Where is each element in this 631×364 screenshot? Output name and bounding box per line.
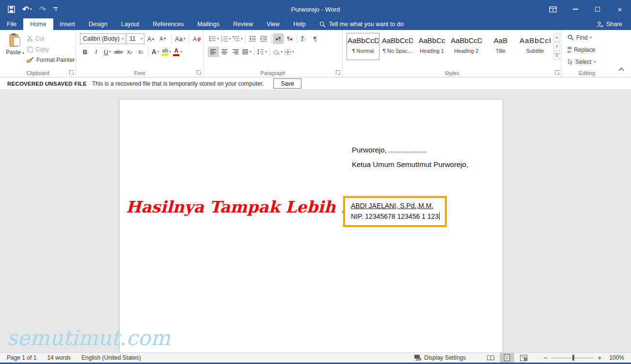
strikethrough-button[interactable]: abc [113, 46, 124, 57]
text-highlight-button[interactable]: ab▾ [161, 46, 172, 57]
web-layout-button[interactable] [516, 353, 531, 363]
copy-button[interactable]: Copy [27, 45, 75, 54]
tab-review[interactable]: Review [226, 18, 260, 30]
shading-button[interactable]: ▾ [271, 46, 284, 57]
replace-label: Replace [574, 46, 595, 53]
window-controls: × [542, 0, 631, 18]
left-to-right-direction-button[interactable]: ▸¶ [273, 33, 284, 44]
recovered-file-save-button[interactable]: Save [273, 78, 301, 89]
clear-formatting-button[interactable]: A [191, 33, 203, 44]
line-spacing-button[interactable]: ▾ [256, 46, 268, 57]
numbering-button[interactable]: 123▾ [220, 33, 232, 44]
customize-qat-button[interactable]: ▾ [53, 7, 58, 11]
bullets-button[interactable]: ▾ [208, 33, 220, 44]
tab-file[interactable]: File [0, 18, 23, 30]
tab-help[interactable]: Help [286, 18, 313, 30]
align-right-button[interactable] [230, 46, 241, 57]
align-center-button[interactable] [219, 46, 230, 57]
text-effects-button[interactable]: A▾ [150, 46, 161, 57]
tab-home[interactable]: Home [23, 18, 53, 30]
tab-references[interactable]: References [146, 18, 190, 30]
display-settings-icon [414, 354, 422, 361]
signer-nip[interactable]: NIP. 12345678 123456 1 123 [351, 212, 445, 220]
font-color-button[interactable]: A▾ [172, 46, 183, 57]
grow-font-button[interactable]: A▲ [145, 33, 157, 44]
sort-button[interactable]: AZ↓ [299, 33, 310, 44]
signature-highlight-box[interactable]: ABDI JAELANI, S.Pd.,M.M. NIP. 12345678 1… [343, 196, 447, 227]
zoom-level[interactable]: 100% [609, 354, 624, 361]
tab-view[interactable]: View [260, 18, 286, 30]
cut-button[interactable]: Cut [27, 34, 75, 43]
maximize-button[interactable] [586, 0, 609, 18]
align-left-button[interactable] [208, 46, 219, 57]
minimize-button[interactable] [564, 0, 586, 18]
show-formatting-marks-button[interactable]: ¶ [310, 33, 321, 44]
tab-insert[interactable]: Insert [53, 18, 82, 30]
find-button[interactable]: Find ▾ [568, 33, 612, 42]
bold-button[interactable]: B [79, 46, 91, 57]
document-page[interactable]: Purworejo, ................... Ketua Umu… [119, 99, 503, 352]
zoom-slider-thumb[interactable] [572, 355, 574, 361]
right-to-left-direction-button[interactable]: ¶◂ [284, 33, 295, 44]
tell-me-search[interactable]: Tell me what you want to do [319, 18, 404, 30]
tab-design[interactable]: Design [82, 18, 114, 30]
decrease-indent-button[interactable] [247, 33, 258, 44]
subscript-button[interactable]: x2 [124, 46, 135, 57]
read-mode-button[interactable] [483, 353, 498, 363]
tab-layout[interactable]: Layout [114, 18, 146, 30]
style-heading1[interactable]: AaBbCcHeading 1 [415, 33, 448, 60]
document-salutation[interactable]: Ketua Umum SemutImut Purworejo, [352, 160, 468, 168]
page-indicator[interactable]: Page 1 of 1 [7, 354, 36, 361]
undo-dropdown-icon[interactable]: ▾ [30, 7, 32, 11]
styles-scroll-down-button[interactable]: ▼ [553, 42, 560, 51]
document-date-line[interactable]: Purworejo, ................... [352, 146, 427, 154]
minimize-icon [573, 9, 578, 10]
cut-label: Cut [35, 35, 45, 42]
word-count[interactable]: 14 words [47, 354, 71, 361]
italic-button[interactable]: I [91, 46, 102, 57]
style-heading2[interactable]: AaBbCcDHeading 2 [450, 33, 483, 60]
undo-button[interactable]: ↶▾ [22, 5, 32, 14]
zoom-out-button[interactable]: − [541, 354, 549, 362]
styles-dialog-launcher[interactable] [555, 70, 559, 75]
zoom-slider-track[interactable] [551, 358, 594, 358]
collapse-ribbon-button[interactable] [618, 67, 624, 73]
style-no-spacing[interactable]: AaBbCcDc¶ No Spac... [381, 33, 414, 60]
redo-button[interactable]: ↷ [39, 5, 46, 14]
shrink-font-button[interactable]: A▼ [158, 33, 169, 44]
font-size-combobox[interactable]: 11▾ [126, 33, 144, 44]
select-button[interactable]: Select ▾ [568, 57, 612, 66]
language-indicator[interactable]: English (United States) [81, 354, 141, 361]
style-title[interactable]: AaBTitle [484, 33, 517, 60]
style-normal[interactable]: AaBbCcDc¶ Normal [347, 33, 379, 60]
styles-scroll-up-button[interactable]: ▲ [553, 33, 560, 42]
font-family-combobox[interactable]: Calibri (Body)▾ [80, 33, 126, 44]
clipboard-dialog-launcher[interactable] [69, 70, 74, 75]
ribbon-display-options-button[interactable] [542, 0, 564, 18]
multilevel-list-button[interactable]: ▾ [232, 33, 244, 44]
share-button[interactable]: Share [597, 18, 631, 30]
style-subtitle[interactable]: AaBbCcDSubtitle [519, 33, 552, 60]
increase-indent-button[interactable] [258, 33, 269, 44]
superscript-button[interactable]: x2 [135, 46, 146, 57]
paragraph-dialog-launcher[interactable] [336, 70, 340, 75]
font-dialog-launcher[interactable] [197, 70, 201, 75]
print-layout-button[interactable] [500, 353, 514, 363]
zoom-in-button[interactable]: + [596, 354, 603, 362]
replace-button[interactable]: abac Replace [568, 45, 612, 54]
font-family-dropdown-icon[interactable]: ▾ [122, 37, 124, 41]
close-button[interactable]: × [609, 0, 631, 18]
styles-gallery-expand-button[interactable]: ▼ [553, 51, 560, 60]
format-painter-button[interactable]: Format Painter [27, 55, 75, 64]
font-size-dropdown-icon[interactable]: ▾ [141, 37, 142, 41]
signer-name[interactable]: ABDI JAELANI, S.Pd.,M.M. [351, 202, 445, 210]
display-settings-button[interactable]: Display Settings [414, 354, 466, 361]
underline-button[interactable]: U▾ [102, 46, 113, 57]
tab-mailings[interactable]: Mailings [190, 18, 226, 30]
change-case-button[interactable]: Aa▾ [174, 33, 186, 44]
font-size-value: 11 [129, 35, 136, 42]
justify-button[interactable]: ▾ [241, 46, 252, 57]
find-label: Find [576, 34, 587, 41]
save-icon[interactable] [8, 6, 15, 13]
borders-button[interactable]: ▾ [284, 46, 295, 57]
